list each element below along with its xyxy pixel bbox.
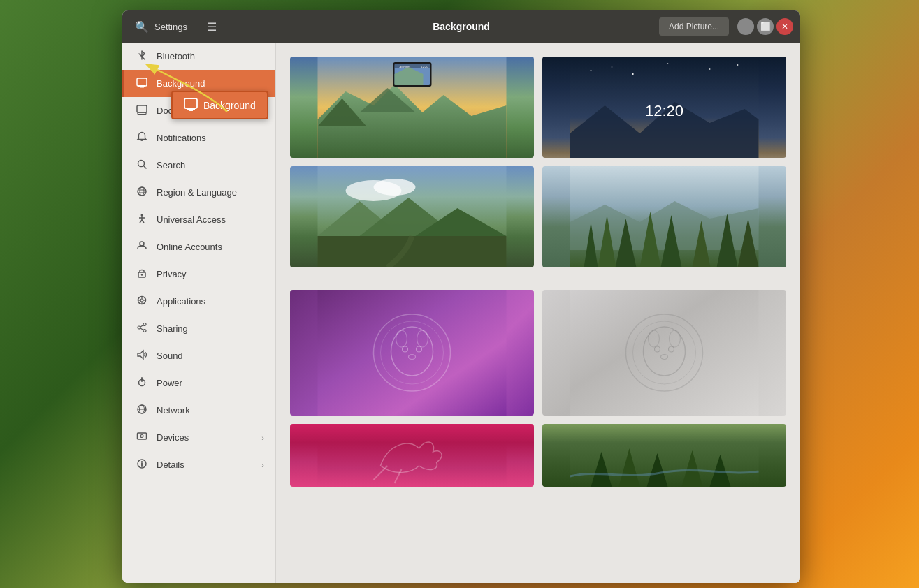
app-name: Settings bbox=[154, 22, 187, 32]
sidebar-item-privacy[interactable]: Privacy bbox=[122, 260, 275, 288]
sidebar-label-devices: Devices bbox=[157, 432, 253, 443]
sound-icon bbox=[136, 349, 148, 362]
svg-rect-4 bbox=[138, 112, 146, 115]
universal-access-icon bbox=[136, 213, 148, 226]
sidebar-label-network: Network bbox=[157, 405, 264, 416]
sidebar-label-search: Search bbox=[157, 160, 264, 170]
svg-line-28 bbox=[140, 325, 143, 328]
svg-line-15 bbox=[142, 220, 144, 223]
sidebar-label-applications: Applications bbox=[157, 296, 264, 307]
add-picture-button[interactable]: Add Picture... bbox=[659, 17, 729, 36]
sidebar-label-background: Background bbox=[157, 78, 264, 89]
wallpaper-thumb-1[interactable]: Activities 12:20 bbox=[290, 57, 534, 158]
sidebar-item-devices[interactable]: Devices › bbox=[122, 424, 275, 451]
svg-point-37 bbox=[140, 435, 143, 438]
sidebar-item-applications[interactable]: Applications bbox=[122, 288, 275, 315]
sidebar-label-power: Power bbox=[157, 378, 264, 388]
sidebar-label-sharing: Sharing bbox=[157, 323, 264, 334]
svg-point-54 bbox=[632, 73, 633, 75]
maximize-button[interactable]: ⬜ bbox=[757, 18, 774, 35]
sidebar-item-network[interactable]: Network bbox=[122, 397, 275, 424]
sidebar-item-dock[interactable]: Dock bbox=[122, 97, 275, 124]
wallpaper-thumb-8[interactable] bbox=[542, 424, 786, 487]
sidebar-item-notifications[interactable]: Notifications bbox=[122, 124, 275, 152]
sidebar-item-details[interactable]: Details › bbox=[122, 451, 275, 478]
svg-rect-2 bbox=[140, 87, 144, 88]
devices-icon bbox=[136, 431, 148, 444]
applications-icon bbox=[136, 295, 148, 308]
wallpaper-thumb-3[interactable] bbox=[290, 166, 534, 267]
svg-rect-36 bbox=[138, 433, 147, 439]
svg-rect-0 bbox=[137, 78, 147, 86]
main-panel: Activities 12:20 bbox=[276, 43, 800, 583]
notifications-icon bbox=[136, 131, 148, 145]
network-icon bbox=[136, 404, 148, 417]
svg-point-25 bbox=[143, 323, 146, 326]
svg-point-7 bbox=[138, 187, 146, 196]
svg-point-20 bbox=[140, 299, 143, 302]
page-title: Background bbox=[433, 21, 490, 32]
sidebar-item-bluetooth[interactable]: Bluetooth bbox=[122, 43, 275, 70]
online-accounts-icon bbox=[136, 240, 148, 253]
sidebar-label-sound: Sound bbox=[157, 351, 264, 361]
row-spacer bbox=[290, 276, 786, 281]
sidebar-label-dock: Dock bbox=[157, 105, 264, 116]
sidebar-item-sharing[interactable]: Sharing bbox=[122, 315, 275, 342]
details-icon bbox=[136, 458, 148, 471]
wallpaper-thumb-2[interactable]: 12:20 bbox=[542, 57, 786, 158]
settings-window: 🔍 Settings ☰ Background Add Picture... —… bbox=[122, 10, 800, 583]
sidebar-item-background[interactable]: Background bbox=[122, 70, 275, 97]
wallpaper-thumb-5[interactable] bbox=[290, 290, 534, 416]
svg-point-40 bbox=[141, 461, 143, 462]
svg-point-55 bbox=[667, 63, 669, 64]
details-chevron: › bbox=[261, 461, 264, 469]
search-button[interactable]: 🔍 bbox=[129, 17, 154, 36]
svg-line-6 bbox=[144, 166, 147, 169]
sidebar-label-privacy: Privacy bbox=[157, 269, 264, 279]
svg-rect-3 bbox=[137, 105, 147, 112]
privacy-icon bbox=[136, 267, 148, 281]
dock-icon bbox=[136, 104, 148, 117]
sharing-icon bbox=[136, 322, 148, 335]
svg-point-26 bbox=[138, 326, 140, 329]
sidebar-item-region[interactable]: Region & Language bbox=[122, 179, 275, 206]
window-controls: — ⬜ ✕ bbox=[737, 18, 793, 35]
close-button[interactable]: ✕ bbox=[776, 18, 793, 35]
sidebar-label-details: Details bbox=[157, 460, 253, 470]
svg-rect-1 bbox=[138, 85, 145, 87]
wallpaper-thumb-7[interactable] bbox=[290, 424, 534, 487]
svg-point-53 bbox=[612, 66, 613, 68]
sidebar-item-universal-access[interactable]: Universal Access bbox=[122, 206, 275, 233]
menu-button[interactable]: ☰ bbox=[201, 17, 222, 36]
sidebar-item-sound[interactable]: Sound bbox=[122, 342, 275, 369]
background-icon bbox=[136, 77, 148, 90]
bluetooth-icon bbox=[136, 50, 148, 63]
svg-text:12:20: 12:20 bbox=[421, 65, 429, 68]
svg-rect-95 bbox=[318, 424, 507, 487]
svg-point-16 bbox=[140, 242, 144, 246]
region-icon bbox=[136, 186, 148, 199]
sidebar-label-universal-access: Universal Access bbox=[157, 214, 264, 225]
titlebar: 🔍 Settings ☰ Background Add Picture... —… bbox=[122, 10, 800, 43]
svg-rect-77 bbox=[318, 290, 507, 416]
svg-point-56 bbox=[709, 68, 711, 70]
content-area: Bluetooth Background bbox=[122, 43, 800, 583]
svg-text:Activities: Activities bbox=[400, 65, 411, 68]
sidebar-label-notifications: Notifications bbox=[157, 133, 264, 143]
minimize-button[interactable]: — bbox=[737, 18, 754, 35]
sidebar-item-power[interactable]: Power bbox=[122, 369, 275, 397]
wallpaper-grid: Activities 12:20 bbox=[290, 57, 786, 487]
sidebar: Bluetooth Background bbox=[122, 43, 276, 583]
svg-point-52 bbox=[591, 70, 592, 71]
svg-point-11 bbox=[141, 214, 143, 216]
sidebar-item-search[interactable]: Search bbox=[122, 152, 275, 179]
sidebar-label-online-accounts: Online Accounts bbox=[157, 242, 264, 252]
wallpaper-thumb-6[interactable] bbox=[542, 290, 786, 416]
wallpaper-thumb-4[interactable] bbox=[542, 166, 786, 267]
svg-marker-30 bbox=[138, 351, 143, 359]
svg-point-57 bbox=[737, 64, 739, 66]
svg-point-62 bbox=[374, 179, 416, 196]
sidebar-label-bluetooth: Bluetooth bbox=[157, 51, 264, 61]
svg-text:12:20: 12:20 bbox=[645, 102, 683, 119]
sidebar-item-online-accounts[interactable]: Online Accounts bbox=[122, 233, 275, 260]
